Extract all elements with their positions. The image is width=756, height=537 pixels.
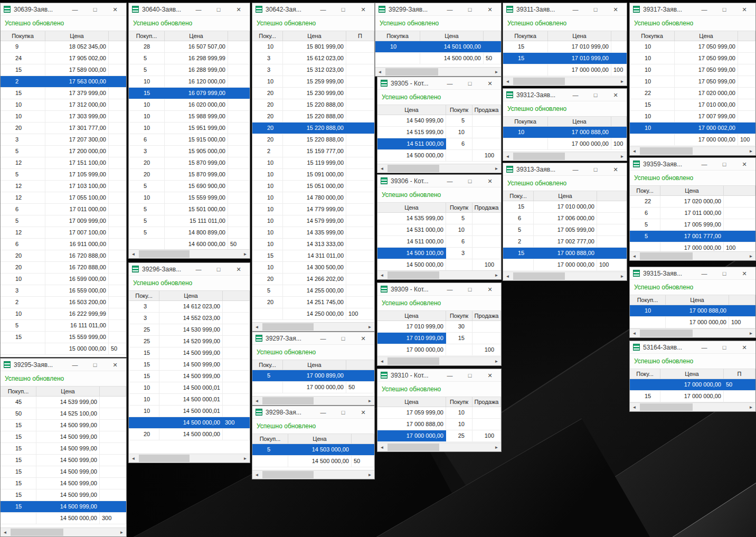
cell-price[interactable]: 17 000 899,00	[283, 370, 346, 381]
table-row[interactable]: 1015 091 000,00	[252, 169, 374, 181]
cell-buy[interactable]: 6	[1, 204, 45, 215]
scroll-right-icon[interactable]: ►	[746, 403, 755, 412]
h-scrollbar[interactable]: ◄►	[129, 249, 250, 258]
cell-sell[interactable]	[109, 181, 126, 192]
cell-price[interactable]: 16 559 000,00	[45, 285, 109, 296]
cell-price[interactable]: 17 050 999,00	[675, 64, 738, 76]
cell-buy[interactable]: 24	[1, 53, 45, 64]
cell-sell[interactable]	[346, 41, 374, 52]
cell-buy[interactable]	[1, 513, 36, 524]
cell-buy[interactable]: 10	[446, 224, 472, 235]
cell-buy[interactable]	[630, 379, 660, 390]
scroll-left-icon[interactable]: ◄	[129, 250, 138, 259]
table-row[interactable]: 517 001 777,00	[630, 231, 755, 242]
table-row[interactable]: 17 000 888,0010	[377, 419, 501, 430]
column-header-price[interactable]: Цена	[283, 31, 346, 41]
maximize-button[interactable]: □	[460, 284, 480, 295]
table-row[interactable]: 14 535 999,005	[377, 213, 501, 224]
cell-buy[interactable]	[630, 242, 660, 251]
table-row[interactable]: 1017 312 000,00	[1, 99, 126, 111]
cell-buy[interactable]: 5	[446, 213, 472, 224]
scroll-right-icon[interactable]: ►	[618, 152, 627, 161]
table-row[interactable]: 5014 525 100,00	[1, 408, 126, 420]
scroll-right-icon[interactable]: ►	[746, 252, 755, 261]
titlebar[interactable]: 39299-Заяв...—□✕	[375, 3, 501, 16]
column-header-sell[interactable]	[223, 291, 250, 300]
cell-price[interactable]: 15 220 888,00	[283, 123, 346, 134]
scroll-right-icon[interactable]: ►	[618, 272, 627, 281]
cell-price[interactable]: 14 500 000,00	[377, 150, 446, 161]
cell-price[interactable]: 15 220 888,00	[283, 111, 346, 122]
cell-sell[interactable]: 100	[738, 134, 755, 145]
column-header-price[interactable]: Цена	[159, 291, 223, 300]
cell-sell[interactable]: 100	[724, 242, 755, 251]
cell-price[interactable]: 14 311 011,00	[283, 250, 346, 261]
cell-price[interactable]: 14 300 500,00	[283, 262, 346, 273]
close-button[interactable]: ✕	[105, 4, 125, 15]
close-button[interactable]: ✕	[606, 164, 626, 175]
maximize-button[interactable]: □	[585, 89, 606, 101]
titlebar[interactable]: 39312-Заяв...—□✕	[503, 89, 627, 101]
cell-price[interactable]: 17 010 000,00	[534, 201, 597, 212]
table-row[interactable]: 1514 500 999,00	[1, 431, 126, 443]
cell-sell[interactable]	[100, 489, 126, 501]
table-row[interactable]: 17 059 999,0010	[377, 407, 501, 419]
cell-price[interactable]: 14 780 000,00	[283, 192, 346, 203]
column-header-buy[interactable]: Покуп...	[1, 387, 36, 396]
cell-buy[interactable]: 10	[252, 192, 283, 203]
minimize-button[interactable]: —	[313, 407, 333, 418]
minimize-button[interactable]: —	[188, 4, 209, 15]
cell-sell[interactable]	[228, 99, 250, 110]
cell-buy[interactable]: 5	[630, 231, 660, 242]
maximize-button[interactable]: □	[85, 359, 105, 371]
cell-sell[interactable]	[109, 285, 126, 296]
cell-buy[interactable]: 2	[1, 297, 45, 308]
cell-buy[interactable]: 10	[1, 308, 45, 319]
cell-buy[interactable]: 5	[252, 370, 283, 381]
cell-price[interactable]: 17 005 999,00	[660, 219, 724, 230]
cell-price[interactable]: 17 301 777,00	[45, 123, 109, 134]
cell-buy[interactable]	[129, 417, 159, 428]
cell-sell[interactable]: 100	[729, 317, 755, 328]
cell-sell[interactable]	[724, 391, 755, 402]
table-row[interactable]: 17 000 000,00100	[377, 344, 501, 356]
column-header-sell[interactable]	[228, 31, 250, 41]
cell-sell[interactable]	[109, 134, 126, 145]
minimize-button[interactable]: —	[694, 268, 714, 279]
cell-buy[interactable]: 5	[630, 219, 660, 230]
scrollbar-thumb[interactable]	[11, 529, 63, 536]
table-row[interactable]: 1514 500 999,00	[1, 489, 126, 501]
cell-sell[interactable]	[100, 478, 126, 489]
close-button[interactable]: ✕	[480, 78, 500, 89]
cell-price[interactable]: 14 500 999,00	[36, 455, 100, 466]
cell-buy[interactable]: 5	[129, 227, 165, 238]
scroll-right-icon[interactable]: ►	[117, 528, 126, 537]
table-row[interactable]: 14 500 000,00300	[1, 513, 126, 524]
scroll-right-icon[interactable]: ►	[365, 397, 374, 406]
cell-buy[interactable]: 5	[252, 285, 283, 296]
cell-buy[interactable]: 20	[252, 123, 283, 134]
cell-buy[interactable]: 30	[446, 321, 472, 332]
table-row[interactable]: 516 288 999,00	[129, 64, 250, 76]
cell-buy[interactable]: 10	[252, 169, 283, 180]
cell-price[interactable]: 16 288 999,00	[165, 64, 228, 76]
table-row[interactable]: 2015 220 888,00	[252, 134, 374, 146]
scroll-left-icon[interactable]: ◄	[630, 329, 639, 338]
cell-price[interactable]: 17 000 000,00	[377, 430, 446, 441]
column-header-buy[interactable]: Поку...	[252, 31, 283, 41]
table-row[interactable]: 2015 230 999,00	[252, 88, 374, 99]
cell-buy[interactable]: 25	[129, 336, 159, 347]
cell-price[interactable]: 15 159 777,00	[283, 146, 346, 157]
cell-price[interactable]: 14 540 999,00	[377, 115, 446, 126]
cell-price[interactable]: 15 801 999,00	[283, 41, 346, 52]
table-row[interactable]: 14 511 000,006	[377, 138, 501, 150]
cell-sell[interactable]	[346, 53, 374, 64]
cell-sell[interactable]	[597, 213, 627, 224]
cell-sell[interactable]	[472, 321, 501, 332]
table-row[interactable]: 17 000 000,0025100	[377, 430, 501, 442]
minimize-button[interactable]: —	[565, 4, 585, 15]
cell-sell[interactable]	[346, 157, 374, 168]
close-button[interactable]: ✕	[606, 4, 626, 15]
cell-sell[interactable]	[228, 88, 250, 99]
table-row[interactable]: 216 503 200,00	[1, 297, 126, 308]
